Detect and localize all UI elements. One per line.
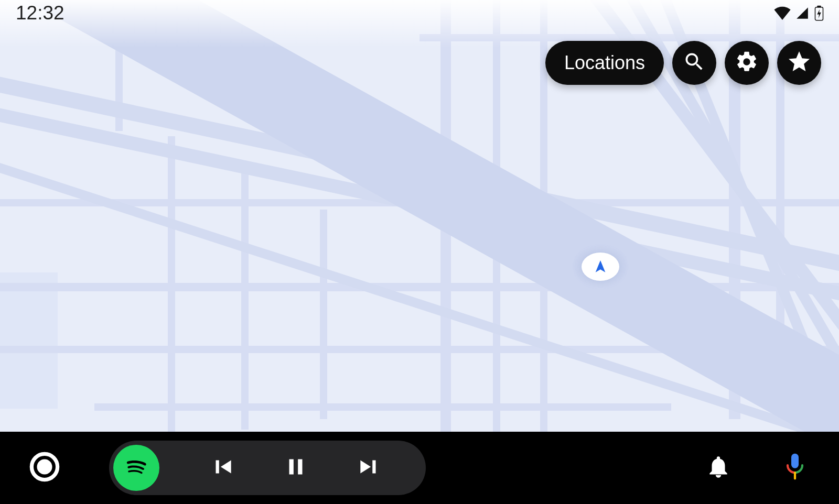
system-nav-bar <box>0 432 839 504</box>
pause-button[interactable] <box>259 441 332 495</box>
bell-icon <box>705 454 732 482</box>
wifi-icon <box>774 6 791 20</box>
svg-rect-4 <box>791 454 799 468</box>
media-app-button[interactable] <box>113 445 159 491</box>
cell-signal-icon <box>794 6 810 20</box>
favorites-button[interactable] <box>777 41 821 85</box>
assistant-button[interactable] <box>779 452 811 484</box>
skip-previous-button[interactable] <box>186 441 259 495</box>
search-button[interactable] <box>672 41 716 85</box>
skip-previous-icon <box>209 454 235 482</box>
battery-charging-icon <box>814 5 824 21</box>
google-assistant-mic-icon <box>783 452 807 484</box>
svg-rect-1 <box>817 6 821 8</box>
launcher-button[interactable] <box>28 452 61 484</box>
skip-next-icon <box>356 454 382 482</box>
pause-icon <box>283 454 309 482</box>
skip-next-button[interactable] <box>332 441 406 495</box>
locations-button[interactable]: Locations <box>545 41 664 85</box>
notifications-button[interactable] <box>703 452 734 484</box>
gear-icon <box>735 50 759 76</box>
svg-point-3 <box>37 459 52 475</box>
spotify-icon <box>120 451 153 485</box>
star-icon <box>787 49 812 76</box>
search-icon <box>683 50 706 75</box>
launcher-circle-icon <box>29 452 60 484</box>
status-time: 12:32 <box>16 2 64 24</box>
status-bar: 12:32 <box>0 0 839 26</box>
settings-button[interactable] <box>725 41 769 85</box>
locations-label: Locations <box>564 52 645 74</box>
media-control-pod <box>109 441 426 495</box>
